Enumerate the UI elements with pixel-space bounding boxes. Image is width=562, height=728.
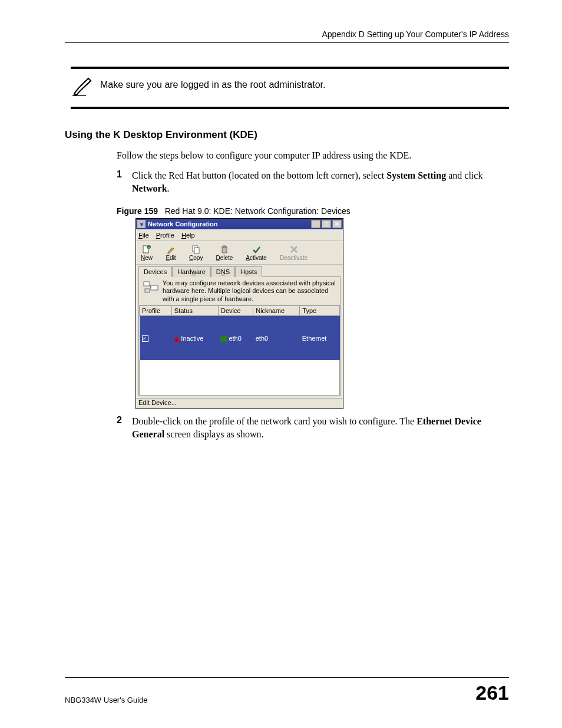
- note-pen-icon: [71, 76, 100, 100]
- activate-button[interactable]: Activate: [244, 244, 268, 261]
- edit-icon: [166, 244, 176, 255]
- copy-label: Copy: [189, 255, 203, 261]
- col-profile[interactable]: Profile: [140, 305, 172, 315]
- intro-text: Follow the steps below to configure your…: [117, 150, 509, 161]
- svg-rect-6: [151, 285, 158, 290]
- step-number: 1: [117, 169, 132, 195]
- tab-hardware[interactable]: Hardware: [172, 266, 211, 277]
- row-status: Inactive: [181, 335, 203, 342]
- window-title: Network Configuration: [148, 220, 311, 228]
- page-number: 261: [475, 681, 509, 704]
- col-device[interactable]: Device: [218, 305, 253, 315]
- row-checkbox[interactable]: ✓: [142, 335, 148, 342]
- svg-text:+: +: [148, 246, 150, 249]
- col-status[interactable]: Status: [171, 305, 218, 315]
- col-nickname[interactable]: Nickname: [253, 305, 300, 315]
- close-button[interactable]: ✕: [332, 220, 342, 228]
- new-button[interactable]: + New: [140, 244, 154, 261]
- tab-hosts[interactable]: Hosts: [235, 266, 262, 277]
- new-icon: +: [141, 244, 152, 255]
- menubar: File Profile Help: [136, 229, 343, 241]
- svg-rect-7: [145, 289, 150, 292]
- tab-dns[interactable]: DNS: [211, 266, 235, 277]
- footer-guide-name: NBG334W User's Guide: [65, 696, 147, 704]
- tab-devices[interactable]: Devices: [138, 266, 172, 277]
- table-row[interactable]: ✓ Inactive eth0 eth0 Ethernet: [140, 315, 340, 360]
- deactivate-icon: [289, 244, 299, 255]
- note-block: Make sure you are logged in as the root …: [71, 67, 509, 109]
- activate-icon: [251, 244, 262, 255]
- tabs: Devices Hardware DNS Hosts: [136, 265, 343, 276]
- system-menu-icon[interactable]: ▾: [137, 220, 146, 228]
- edit-label: Edit: [166, 255, 176, 261]
- maximize-button[interactable]: □: [322, 220, 331, 228]
- device-table: Profile Status Device Nickname Type ✓ In…: [139, 305, 340, 361]
- deactivate-button: Deactivate: [279, 244, 309, 261]
- figure-caption: Figure 159 Red Hat 9.0: KDE: Network Con…: [117, 206, 509, 216]
- step-number: 2: [117, 415, 132, 440]
- tab-panel-devices: You may configure network devices associ…: [138, 276, 340, 396]
- deactivate-label: Deactivate: [280, 255, 308, 261]
- activate-label: Activate: [246, 255, 267, 261]
- devices-info-icon: [143, 279, 159, 296]
- page-footer: NBG334W User's Guide 261: [65, 677, 509, 704]
- toolbar: + New Edit Copy Delete: [136, 241, 343, 265]
- devices-info-text: You may configure network devices associ…: [163, 279, 336, 303]
- menu-profile[interactable]: Profile: [156, 232, 174, 239]
- minimize-button[interactable]: _: [311, 220, 320, 228]
- new-label: New: [141, 255, 153, 261]
- page-header: Appendix D Setting up Your Computer's IP…: [65, 29, 509, 43]
- network-config-window: ▾ Network Configuration _ □ ✕ File Profi…: [135, 218, 343, 409]
- copy-icon: [191, 244, 201, 255]
- copy-button[interactable]: Copy: [188, 244, 204, 261]
- svg-rect-4: [194, 248, 199, 253]
- menu-file[interactable]: File: [138, 232, 149, 239]
- svg-rect-5: [144, 282, 150, 286]
- row-nickname: eth0: [253, 315, 300, 360]
- titlebar[interactable]: ▾ Network Configuration _ □ ✕: [136, 219, 343, 229]
- delete-label: Delete: [216, 255, 233, 261]
- row-device: eth0: [229, 335, 241, 342]
- row-type: Ethernet: [300, 315, 340, 360]
- section-heading: Using the K Desktop Environment (KDE): [65, 129, 509, 141]
- menu-help[interactable]: Help: [181, 232, 195, 239]
- delete-icon: [219, 244, 230, 255]
- step-2: 2 Double-click on the profile of the net…: [117, 415, 509, 440]
- ethernet-icon: [220, 336, 227, 342]
- col-type[interactable]: Type: [300, 305, 340, 315]
- statusbar: Edit Device...: [136, 398, 343, 409]
- edit-button[interactable]: Edit: [164, 244, 177, 261]
- step-1: 1 Click the Red Hat button (located on t…: [117, 169, 509, 195]
- note-text: Make sure you are logged in as the root …: [100, 76, 325, 90]
- delete-button[interactable]: Delete: [214, 244, 234, 261]
